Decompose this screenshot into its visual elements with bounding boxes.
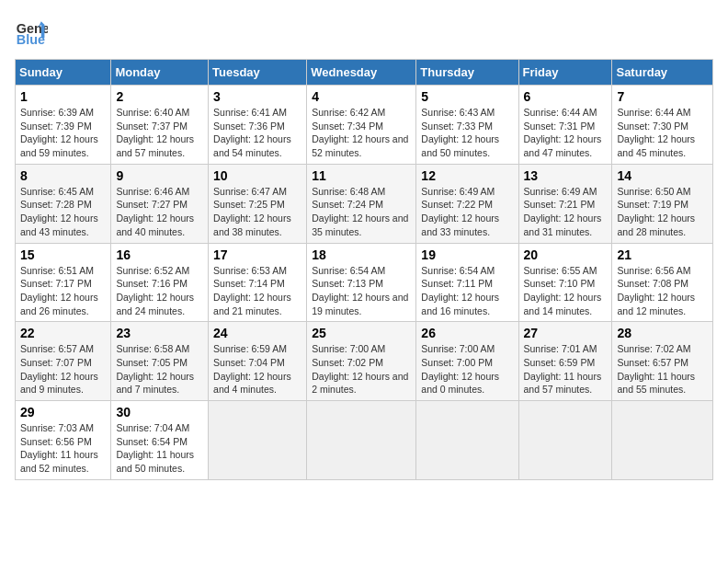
day-info: Sunrise: 6:54 AM Sunset: 7:13 PM Dayligh… bbox=[312, 264, 411, 318]
day-cell: 22 Sunrise: 6:57 AM Sunset: 7:07 PM Dayl… bbox=[16, 322, 111, 401]
day-cell: 10 Sunrise: 6:47 AM Sunset: 7:25 PM Dayl… bbox=[209, 164, 307, 243]
day-cell: 23 Sunrise: 6:58 AM Sunset: 7:05 PM Dayl… bbox=[111, 322, 209, 401]
day-info: Sunrise: 6:42 AM Sunset: 7:34 PM Dayligh… bbox=[312, 106, 411, 160]
day-info: Sunrise: 6:51 AM Sunset: 7:17 PM Dayligh… bbox=[20, 264, 106, 318]
day-info: Sunrise: 7:03 AM Sunset: 6:56 PM Dayligh… bbox=[20, 421, 106, 476]
day-number: 5 bbox=[421, 89, 513, 104]
day-cell bbox=[416, 401, 518, 480]
col-header-friday: Friday bbox=[518, 60, 612, 86]
calendar-table: SundayMondayTuesdayWednesdayThursdayFrid… bbox=[15, 59, 713, 480]
day-cell: 15 Sunrise: 6:51 AM Sunset: 7:17 PM Dayl… bbox=[16, 243, 111, 322]
day-info: Sunrise: 6:50 AM Sunset: 7:19 PM Dayligh… bbox=[617, 185, 708, 239]
col-header-sunday: Sunday bbox=[16, 60, 111, 86]
day-number: 6 bbox=[524, 89, 608, 104]
day-info: Sunrise: 6:56 AM Sunset: 7:08 PM Dayligh… bbox=[617, 264, 708, 318]
day-cell: 2 Sunrise: 6:40 AM Sunset: 7:37 PM Dayli… bbox=[111, 86, 209, 165]
day-cell: 18 Sunrise: 6:54 AM Sunset: 7:13 PM Dayl… bbox=[307, 243, 416, 322]
day-cell: 21 Sunrise: 6:56 AM Sunset: 7:08 PM Dayl… bbox=[612, 243, 713, 322]
day-number: 1 bbox=[20, 89, 106, 104]
day-info: Sunrise: 7:02 AM Sunset: 6:57 PM Dayligh… bbox=[617, 342, 708, 396]
day-cell: 26 Sunrise: 7:00 AM Sunset: 7:00 PM Dayl… bbox=[416, 322, 518, 401]
day-info: Sunrise: 6:39 AM Sunset: 7:39 PM Dayligh… bbox=[20, 106, 106, 160]
day-number: 3 bbox=[213, 89, 301, 104]
day-info: Sunrise: 6:52 AM Sunset: 7:16 PM Dayligh… bbox=[116, 264, 203, 318]
day-number: 26 bbox=[421, 326, 513, 340]
day-number: 9 bbox=[116, 168, 203, 183]
col-header-monday: Monday bbox=[111, 60, 209, 86]
day-number: 27 bbox=[524, 326, 608, 340]
day-number: 30 bbox=[116, 405, 203, 419]
week-row-2: 8 Sunrise: 6:45 AM Sunset: 7:28 PM Dayli… bbox=[16, 164, 713, 243]
day-number: 29 bbox=[20, 405, 106, 419]
day-number: 2 bbox=[116, 89, 203, 104]
day-number: 7 bbox=[617, 89, 708, 104]
day-info: Sunrise: 6:40 AM Sunset: 7:37 PM Dayligh… bbox=[116, 106, 203, 160]
col-header-saturday: Saturday bbox=[612, 60, 713, 86]
week-row-3: 15 Sunrise: 6:51 AM Sunset: 7:17 PM Dayl… bbox=[16, 243, 713, 322]
day-cell: 11 Sunrise: 6:48 AM Sunset: 7:24 PM Dayl… bbox=[307, 164, 416, 243]
day-info: Sunrise: 7:00 AM Sunset: 7:00 PM Dayligh… bbox=[421, 342, 513, 396]
day-cell: 5 Sunrise: 6:43 AM Sunset: 7:33 PM Dayli… bbox=[416, 86, 518, 165]
day-cell: 17 Sunrise: 6:53 AM Sunset: 7:14 PM Dayl… bbox=[209, 243, 307, 322]
day-number: 22 bbox=[20, 326, 106, 340]
day-info: Sunrise: 6:57 AM Sunset: 7:07 PM Dayligh… bbox=[20, 342, 106, 396]
day-info: Sunrise: 6:53 AM Sunset: 7:14 PM Dayligh… bbox=[213, 264, 301, 318]
day-cell: 19 Sunrise: 6:54 AM Sunset: 7:11 PM Dayl… bbox=[416, 243, 518, 322]
day-cell: 27 Sunrise: 7:01 AM Sunset: 6:59 PM Dayl… bbox=[518, 322, 612, 401]
day-number: 18 bbox=[312, 247, 411, 262]
day-info: Sunrise: 7:04 AM Sunset: 6:54 PM Dayligh… bbox=[116, 421, 203, 476]
day-number: 28 bbox=[617, 326, 708, 340]
day-number: 11 bbox=[312, 168, 411, 183]
day-info: Sunrise: 6:49 AM Sunset: 7:21 PM Dayligh… bbox=[524, 185, 608, 239]
day-info: Sunrise: 6:41 AM Sunset: 7:36 PM Dayligh… bbox=[213, 106, 301, 160]
day-cell: 14 Sunrise: 6:50 AM Sunset: 7:19 PM Dayl… bbox=[612, 164, 713, 243]
day-number: 8 bbox=[20, 168, 106, 183]
day-number: 10 bbox=[213, 168, 301, 183]
day-cell: 8 Sunrise: 6:45 AM Sunset: 7:28 PM Dayli… bbox=[16, 164, 111, 243]
day-number: 4 bbox=[312, 89, 411, 104]
week-row-5: 29 Sunrise: 7:03 AM Sunset: 6:56 PM Dayl… bbox=[16, 401, 713, 480]
day-info: Sunrise: 6:55 AM Sunset: 7:10 PM Dayligh… bbox=[524, 264, 608, 318]
day-info: Sunrise: 6:48 AM Sunset: 7:24 PM Dayligh… bbox=[312, 185, 411, 239]
day-number: 20 bbox=[524, 247, 608, 262]
day-cell: 3 Sunrise: 6:41 AM Sunset: 7:36 PM Dayli… bbox=[209, 86, 307, 165]
day-cell: 28 Sunrise: 7:02 AM Sunset: 6:57 PM Dayl… bbox=[612, 322, 713, 401]
day-info: Sunrise: 6:46 AM Sunset: 7:27 PM Dayligh… bbox=[116, 185, 203, 239]
day-cell: 12 Sunrise: 6:49 AM Sunset: 7:22 PM Dayl… bbox=[416, 164, 518, 243]
day-info: Sunrise: 6:43 AM Sunset: 7:33 PM Dayligh… bbox=[421, 106, 513, 160]
day-number: 16 bbox=[116, 247, 203, 262]
day-info: Sunrise: 6:44 AM Sunset: 7:30 PM Dayligh… bbox=[617, 106, 708, 160]
day-number: 25 bbox=[312, 326, 411, 340]
day-info: Sunrise: 7:00 AM Sunset: 7:02 PM Dayligh… bbox=[312, 342, 411, 396]
day-cell bbox=[209, 401, 307, 480]
day-cell: 20 Sunrise: 6:55 AM Sunset: 7:10 PM Dayl… bbox=[518, 243, 612, 322]
col-header-thursday: Thursday bbox=[416, 60, 518, 86]
col-header-tuesday: Tuesday bbox=[209, 60, 307, 86]
day-info: Sunrise: 7:01 AM Sunset: 6:59 PM Dayligh… bbox=[524, 342, 608, 396]
logo: General Blue bbox=[15, 15, 48, 48]
day-cell: 13 Sunrise: 6:49 AM Sunset: 7:21 PM Dayl… bbox=[518, 164, 612, 243]
day-number: 21 bbox=[617, 247, 708, 262]
day-number: 15 bbox=[20, 247, 106, 262]
day-info: Sunrise: 6:44 AM Sunset: 7:31 PM Dayligh… bbox=[524, 106, 608, 160]
day-cell: 9 Sunrise: 6:46 AM Sunset: 7:27 PM Dayli… bbox=[111, 164, 209, 243]
svg-text:Blue: Blue bbox=[17, 32, 45, 47]
day-info: Sunrise: 6:54 AM Sunset: 7:11 PM Dayligh… bbox=[421, 264, 513, 318]
day-cell: 30 Sunrise: 7:04 AM Sunset: 6:54 PM Dayl… bbox=[111, 401, 209, 480]
day-number: 24 bbox=[213, 326, 301, 340]
day-info: Sunrise: 6:47 AM Sunset: 7:25 PM Dayligh… bbox=[213, 185, 301, 239]
day-number: 17 bbox=[213, 247, 301, 262]
day-cell: 6 Sunrise: 6:44 AM Sunset: 7:31 PM Dayli… bbox=[518, 86, 612, 165]
day-cell: 4 Sunrise: 6:42 AM Sunset: 7:34 PM Dayli… bbox=[307, 86, 416, 165]
day-number: 13 bbox=[524, 168, 608, 183]
day-cell: 16 Sunrise: 6:52 AM Sunset: 7:16 PM Dayl… bbox=[111, 243, 209, 322]
day-cell bbox=[612, 401, 713, 480]
day-number: 14 bbox=[617, 168, 708, 183]
col-header-wednesday: Wednesday bbox=[307, 60, 416, 86]
day-info: Sunrise: 6:49 AM Sunset: 7:22 PM Dayligh… bbox=[421, 185, 513, 239]
logo-icon: General Blue bbox=[15, 15, 48, 48]
day-cell: 29 Sunrise: 7:03 AM Sunset: 6:56 PM Dayl… bbox=[16, 401, 111, 480]
page-header: General Blue bbox=[15, 15, 713, 48]
day-cell: 1 Sunrise: 6:39 AM Sunset: 7:39 PM Dayli… bbox=[16, 86, 111, 165]
day-number: 19 bbox=[421, 247, 513, 262]
